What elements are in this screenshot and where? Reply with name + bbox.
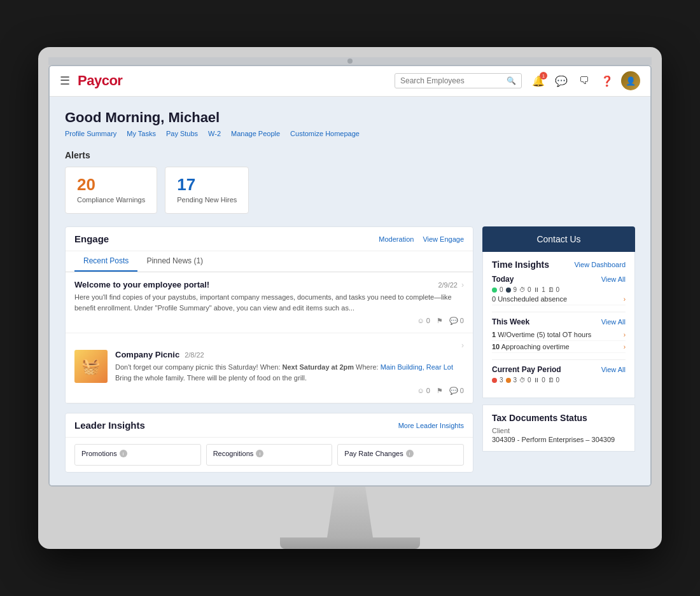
time-today-dots: 0 9 ⏱ 0 ⏸ 1 🗓 0 <box>492 286 626 293</box>
moderation-link[interactable]: Moderation <box>379 235 414 243</box>
compliance-warnings-card[interactable]: 20 Compliance Warnings <box>65 167 157 214</box>
post-date-1: 2/9/22 <box>438 281 458 289</box>
time-insights-panel: Time Insights View Dashboard Today View … <box>482 252 635 398</box>
search-bar[interactable]: 🔍 <box>395 73 522 88</box>
post-title-row-2: › <box>74 341 464 350</box>
post-comments-2: 💬 0 <box>449 387 464 395</box>
pending-hires-label: Pending New Hires <box>177 195 237 204</box>
help-button[interactable]: ❓ <box>598 72 616 90</box>
post-date-2: 2/8/22 <box>185 351 204 359</box>
two-col-layout: Engage Moderation View Engage Recent Pos… <box>65 226 635 473</box>
post-title-2: Company Picnic <box>115 350 179 359</box>
view-dashboard-link[interactable]: View Dashboard <box>574 261 626 268</box>
promotions-info-icon[interactable]: i <box>120 450 127 457</box>
monitor-base <box>280 537 420 549</box>
pending-hires-number: 17 <box>177 176 237 193</box>
quick-link-customize[interactable]: Customize Homepage <box>290 130 360 137</box>
user-avatar[interactable]: 👤 <box>621 71 640 90</box>
unscheduled-absence-row[interactable]: 0 Unscheduled absence › <box>492 293 626 305</box>
post-item-2: › 🧺 Company Picnic 2/8/22 Don't forget o <box>66 333 473 403</box>
time-week-view-all[interactable]: View All <box>601 318 626 326</box>
more-leader-insights-link[interactable]: More Leader Insights <box>398 422 464 429</box>
tab-recent-posts[interactable]: Recent Posts <box>74 251 137 272</box>
leader-cards: Promotions i Recognitions i <box>66 438 473 472</box>
quick-link-tasks[interactable]: My Tasks <box>127 130 156 137</box>
leader-card-pay-rate[interactable]: Pay Rate Changes i <box>337 444 464 466</box>
dot-green-today <box>492 288 497 293</box>
leader-panel-header: Leader Insights More Leader Insights <box>66 413 473 438</box>
post-flag-1: ⚑ <box>437 317 443 325</box>
time-week-label: This Week <box>492 317 529 326</box>
approaching-text: 10 Approaching overtime <box>492 343 570 350</box>
quick-link-profile[interactable]: Profile Summary <box>65 130 116 137</box>
header-icons: 🔔 1 💬 🗨 ❓ 👤 <box>529 71 640 90</box>
engage-tabs: Recent Posts Pinned News (1) <box>66 251 473 272</box>
tab-pinned-news[interactable]: Pinned News (1) <box>137 251 212 272</box>
post-title-1: Welcome to your employee portal! <box>74 280 209 289</box>
hamburger-icon[interactable]: ☰ <box>60 74 70 88</box>
engage-title: Engage <box>74 233 379 244</box>
overtime-chevron: › <box>624 331 626 338</box>
post-title-row-1: Welcome to your employee portal! 2/9/22 … <box>74 280 464 289</box>
pay-rate-info-icon[interactable]: i <box>406 450 414 457</box>
leader-card-title-recognitions: Recognitions i <box>213 450 326 457</box>
view-engage-link[interactable]: View Engage <box>423 235 464 243</box>
messages-button[interactable]: 💬 <box>552 72 570 90</box>
time-today-view-all[interactable]: View All <box>601 275 626 283</box>
quick-link-manage[interactable]: Manage People <box>231 130 280 137</box>
approaching-overtime-row[interactable]: 10 Approaching overtime › <box>492 341 626 353</box>
time-today-header: Today View All <box>492 275 626 284</box>
post-likes-2: ☺ 0 <box>417 387 430 395</box>
avatar-initial: 👤 <box>626 76 636 86</box>
time-pay-period-header: Current Pay Period View All <box>492 365 626 374</box>
leader-card-promotions[interactable]: Promotions i <box>74 444 201 466</box>
notifications-button[interactable]: 🔔 1 <box>529 72 547 90</box>
leader-card-title-pay-rate: Pay Rate Changes i <box>344 450 457 457</box>
overtime-row[interactable]: 1 W/Overtime (5) total OT hours › <box>492 329 626 341</box>
quick-links: Profile Summary My Tasks Pay Stubs W-2 M… <box>65 130 635 137</box>
recognitions-info-icon[interactable]: i <box>256 450 263 457</box>
search-icon: 🔍 <box>507 76 516 85</box>
left-column: Engage Moderation View Engage Recent Pos… <box>65 226 473 473</box>
alerts-title: Alerts <box>65 150 635 160</box>
time-this-week: This Week View All 1 W/Overtime (5) tota… <box>492 317 626 353</box>
app-main: Good Morning, Michael Profile Summary My… <box>50 97 650 485</box>
quick-link-paystubs[interactable]: Pay Stubs <box>166 130 198 137</box>
time-insights-header: Time Insights View Dashboard <box>492 260 626 270</box>
approaching-chevron: › <box>624 343 626 350</box>
dot-red-pay <box>492 378 497 383</box>
time-today-label: Today <box>492 275 514 284</box>
post-content-2: Company Picnic 2/8/22 Don't forget our c… <box>115 350 464 383</box>
tax-documents-panel: Tax Documents Status Client 304309 - Per… <box>482 405 635 452</box>
engage-panel: Engage Moderation View Engage Recent Pos… <box>65 226 473 404</box>
engage-panel-header: Engage Moderation View Engage <box>66 227 473 251</box>
time-pay-period-label: Current Pay Period <box>492 365 561 374</box>
overtime-text: 1 W/Overtime (5) total OT hours <box>492 331 591 338</box>
post-chevron-1: › <box>461 281 464 289</box>
chat-button[interactable]: 🗨 <box>575 72 593 90</box>
post-likes-1: ☺ 0 <box>417 317 430 325</box>
time-insights-title: Time Insights <box>492 260 574 270</box>
greeting-text: Good Morning, Michael <box>65 109 635 126</box>
post-meta-1: ☺ 0 ⚑ 💬 0 <box>74 317 464 325</box>
post-flag-2: ⚑ <box>437 387 443 395</box>
monitor-stand <box>312 487 388 537</box>
time-pay-period-view-all[interactable]: View All <box>601 366 626 373</box>
quick-link-w2[interactable]: W-2 <box>208 130 221 137</box>
pending-hires-card[interactable]: 17 Pending New Hires <box>165 167 249 214</box>
search-input[interactable] <box>400 76 507 85</box>
post-image-2: 🧺 <box>74 350 108 383</box>
contact-us-button[interactable]: Contact Us <box>482 226 635 252</box>
dot-orange-pay <box>506 378 511 383</box>
compliance-warnings-number: 20 <box>77 176 145 193</box>
tax-client-value: 304309 - Perform Enterprises – 304309 <box>492 436 626 443</box>
monitor-camera <box>347 59 353 64</box>
tax-documents-title: Tax Documents Status <box>492 413 626 423</box>
divider-1 <box>492 312 626 312</box>
post-meta-2: ☺ 0 ⚑ 💬 0 <box>74 387 464 395</box>
leader-card-recognitions[interactable]: Recognitions i <box>206 444 333 466</box>
time-pay-period: Current Pay Period View All 3 3 ⏱ 0 ⏸ 0 <box>492 365 626 384</box>
post-item-1: Welcome to your employee portal! 2/9/22 … <box>66 272 473 333</box>
post-body-2: Don't forget our company picnic this Sat… <box>115 362 464 383</box>
notification-badge: 1 <box>540 72 547 80</box>
